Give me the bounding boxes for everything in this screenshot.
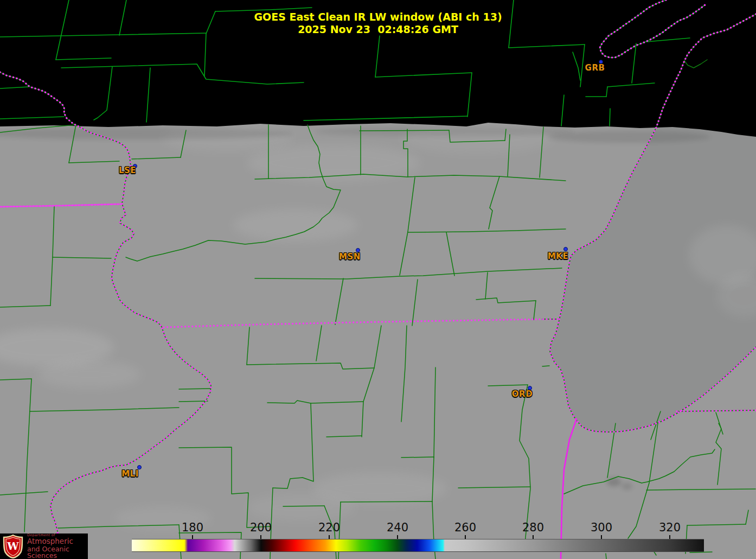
- satellite-image-viewport: GOES East Clean IR LW window (ABI ch 13)…: [0, 0, 756, 559]
- timestamp: 2025 Nov 23 02:48:26 GMT: [0, 23, 756, 36]
- map-line: [341, 501, 432, 502]
- uw-crest-icon: W: [3, 535, 23, 558]
- station-dot-MKE: [563, 247, 568, 251]
- map-line: [622, 483, 632, 490]
- map-line: [360, 130, 449, 131]
- colorbar-label-320: 320: [648, 521, 691, 534]
- map-line: [283, 506, 324, 506]
- colorbar-label-300: 300: [580, 521, 623, 534]
- map-line: [179, 389, 210, 389]
- map-line: [315, 126, 575, 136]
- colorbar-label-220: 220: [307, 521, 351, 534]
- logo-text: Department of Atmospheric and Oceanic Sc…: [27, 533, 88, 559]
- station-label-ORD: ORD: [512, 389, 533, 399]
- product-title: GOES East Clean IR LW window (ABI ch 13): [0, 11, 756, 23]
- colorbar-tick-240: [397, 535, 398, 539]
- colorbar-tick-220: [329, 535, 330, 539]
- uw-aos-logo: W Department of Atmospheric and Oceanic …: [0, 533, 88, 559]
- map-line: [690, 552, 712, 552]
- map-line: [548, 131, 710, 143]
- station-label-GRB: GRB: [585, 63, 605, 73]
- colorbar-label-200: 200: [239, 521, 283, 534]
- map-line: [38, 360, 141, 389]
- colorbar-tick-260: [465, 535, 466, 539]
- station-label-MKE: MKE: [548, 251, 568, 261]
- colorbar-label-240: 240: [376, 521, 419, 534]
- logo-name-line2: and Oceanic Sciences: [27, 546, 88, 559]
- colorbar-label-280: 280: [511, 521, 555, 534]
- satellite-map: [0, 0, 756, 559]
- map-line: [610, 109, 610, 126]
- uw-crest-letter: W: [7, 540, 19, 552]
- logo-name-line1: Atmospheric: [27, 538, 88, 545]
- map-line: [179, 401, 208, 402]
- temperature-colorbar: [132, 539, 704, 552]
- map-line: [542, 366, 549, 366]
- station-label-MLI: MLI: [121, 469, 139, 479]
- colorbar-label-180: 180: [171, 521, 214, 534]
- colorbar-tick-320: [669, 535, 670, 539]
- station-label-LSE: LSE: [119, 166, 136, 175]
- colorbar-tick-200: [260, 535, 261, 539]
- station-label-MSN: MSN: [339, 252, 361, 262]
- map-line: [247, 493, 355, 522]
- map-line: [401, 457, 434, 458]
- map-line: [233, 209, 358, 242]
- map-line: [606, 554, 606, 559]
- colorbar-tick-180: [192, 535, 193, 539]
- image-title-block: GOES East Clean IR LW window (ABI ch 13)…: [0, 11, 756, 36]
- colorbar-label-260: 260: [444, 521, 487, 534]
- colorbar-tick-280: [533, 535, 534, 539]
- colorbar-tick-300: [601, 535, 602, 539]
- map-line: [607, 478, 621, 486]
